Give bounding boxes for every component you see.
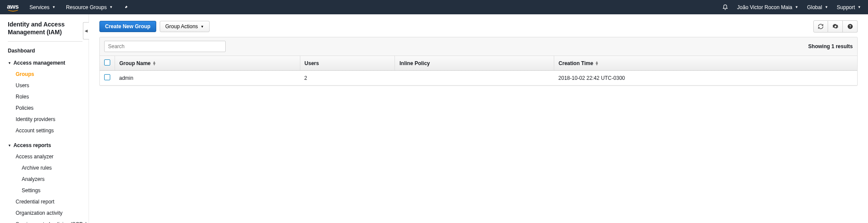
col-inline-policy[interactable]: Inline Policy bbox=[395, 56, 554, 71]
sidebar-item-identity-providers[interactable]: Identity providers bbox=[8, 114, 89, 125]
svg-text:?: ? bbox=[849, 25, 851, 29]
triangle-down-icon: ▼ bbox=[8, 144, 11, 148]
caret-down-icon: ▼ bbox=[201, 25, 204, 29]
groups-panel: Showing 1 results Group Name▲▼ Users Inl… bbox=[99, 37, 858, 86]
notifications-icon[interactable] bbox=[722, 4, 728, 10]
main-content: Create New Group Group Actions▼ ? Showin… bbox=[89, 14, 868, 223]
sidebar-section-access-management[interactable]: ▼ Access management bbox=[8, 56, 89, 69]
top-nav: aws Services▼ Resource Groups▼ João Vict… bbox=[0, 0, 868, 14]
settings-button[interactable] bbox=[828, 20, 843, 33]
sidebar-collapse-handle[interactable]: ◀ bbox=[83, 22, 89, 39]
sort-icon: ▲▼ bbox=[152, 61, 156, 66]
col-group-name[interactable]: Group Name▲▼ bbox=[115, 56, 300, 71]
caret-down-icon: ▼ bbox=[825, 5, 828, 9]
nav-user[interactable]: João Victor Rocon Maia▼ bbox=[737, 4, 798, 10]
sidebar-item-roles[interactable]: Roles bbox=[8, 91, 89, 102]
sidebar-item-policies[interactable]: Policies bbox=[8, 102, 89, 114]
select-all-checkbox[interactable] bbox=[104, 59, 110, 66]
row-checkbox[interactable] bbox=[104, 74, 110, 80]
groups-table: Group Name▲▼ Users Inline Policy Creatio… bbox=[100, 56, 857, 85]
nav-left: Services▼ Resource Groups▼ bbox=[30, 4, 128, 10]
pin-icon[interactable] bbox=[123, 5, 128, 10]
cell-inline-policy bbox=[395, 71, 554, 85]
sidebar-section-access-reports[interactable]: ▼ Access reports bbox=[8, 139, 89, 151]
sidebar-item-scps[interactable]: Service control policies (SCPs) bbox=[8, 219, 89, 223]
help-icon: ? bbox=[847, 23, 853, 30]
table-row[interactable]: admin 2 2018-10-02 22:42 UTC-0300 bbox=[100, 71, 857, 85]
toolbar: Create New Group Group Actions▼ ? bbox=[99, 20, 858, 33]
nav-support[interactable]: Support▼ bbox=[837, 4, 861, 10]
nav-resource-groups[interactable]: Resource Groups▼ bbox=[66, 4, 113, 10]
sidebar-item-organization-activity[interactable]: Organization activity bbox=[8, 207, 89, 219]
aws-swoosh-icon bbox=[7, 10, 19, 12]
results-count: Showing 1 results bbox=[808, 43, 853, 49]
caret-down-icon: ▼ bbox=[109, 5, 113, 9]
col-select-all[interactable] bbox=[100, 56, 115, 71]
sidebar: ◀ Identity and Access Management (IAM) D… bbox=[0, 14, 89, 223]
cell-creation-time: 2018-10-02 22:42 UTC-0300 bbox=[554, 71, 857, 85]
sidebar-item-groups[interactable]: Groups bbox=[8, 69, 89, 80]
sidebar-item-credential-report[interactable]: Credential report bbox=[8, 196, 89, 207]
sidebar-item-access-analyzer[interactable]: Access analyzer bbox=[8, 151, 89, 162]
cell-users: 2 bbox=[300, 71, 395, 85]
sidebar-item-account-settings[interactable]: Account settings bbox=[8, 125, 89, 136]
create-new-group-button[interactable]: Create New Group bbox=[99, 21, 156, 32]
nav-right: João Victor Rocon Maia▼ Global▼ Support▼ bbox=[722, 4, 861, 10]
cell-group-name: admin bbox=[115, 71, 300, 85]
sidebar-title: Identity and Access Management (IAM) bbox=[8, 20, 82, 42]
gear-icon bbox=[832, 23, 838, 30]
col-users[interactable]: Users bbox=[300, 56, 395, 71]
caret-down-icon: ▼ bbox=[795, 5, 799, 9]
triangle-down-icon: ▼ bbox=[8, 61, 11, 65]
sidebar-item-settings[interactable]: Settings bbox=[8, 185, 89, 196]
sidebar-dashboard[interactable]: Dashboard bbox=[8, 45, 89, 56]
group-actions-button[interactable]: Group Actions▼ bbox=[160, 21, 210, 32]
sidebar-item-archive-rules[interactable]: Archive rules bbox=[8, 162, 89, 174]
sidebar-item-analyzers[interactable]: Analyzers bbox=[8, 174, 89, 185]
refresh-icon bbox=[818, 23, 824, 30]
caret-down-icon: ▼ bbox=[858, 5, 861, 9]
help-button[interactable]: ? bbox=[843, 20, 858, 33]
sort-icon: ▲▼ bbox=[595, 61, 599, 66]
aws-logo[interactable]: aws bbox=[7, 3, 19, 12]
search-input[interactable] bbox=[104, 41, 226, 52]
panel-filter-bar: Showing 1 results bbox=[100, 37, 857, 56]
sidebar-item-users[interactable]: Users bbox=[8, 80, 89, 91]
caret-down-icon: ▼ bbox=[52, 5, 56, 9]
refresh-button[interactable] bbox=[813, 20, 828, 33]
nav-region[interactable]: Global▼ bbox=[807, 4, 828, 10]
col-creation-time[interactable]: Creation Time▲▼ bbox=[554, 56, 857, 71]
nav-services[interactable]: Services▼ bbox=[30, 4, 56, 10]
